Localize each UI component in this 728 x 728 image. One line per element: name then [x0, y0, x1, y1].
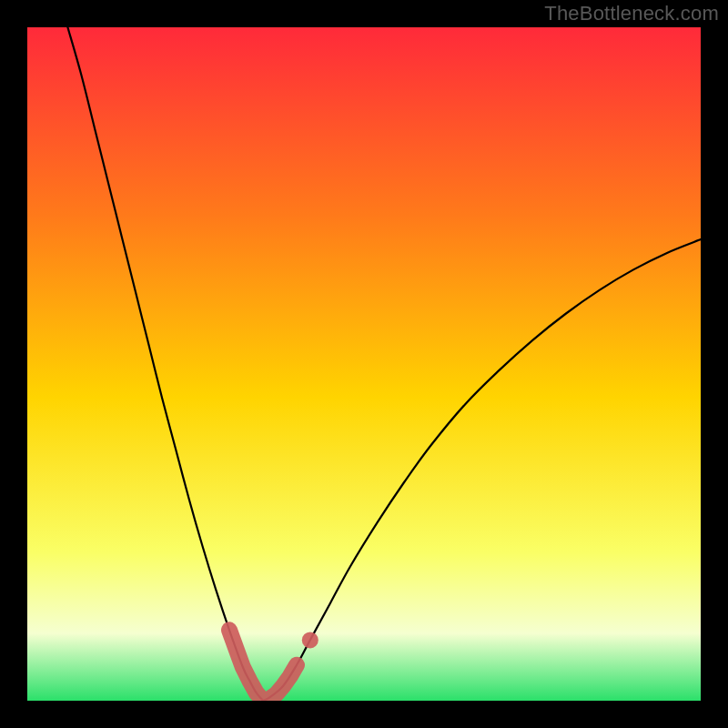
watermark-text: TheBottleneck.com: [544, 2, 719, 25]
chart-frame: TheBottleneck.com: [0, 0, 728, 728]
bottleneck-plot: [27, 27, 701, 701]
plot-background: [27, 27, 701, 701]
highlight-point-marker: [302, 632, 318, 648]
